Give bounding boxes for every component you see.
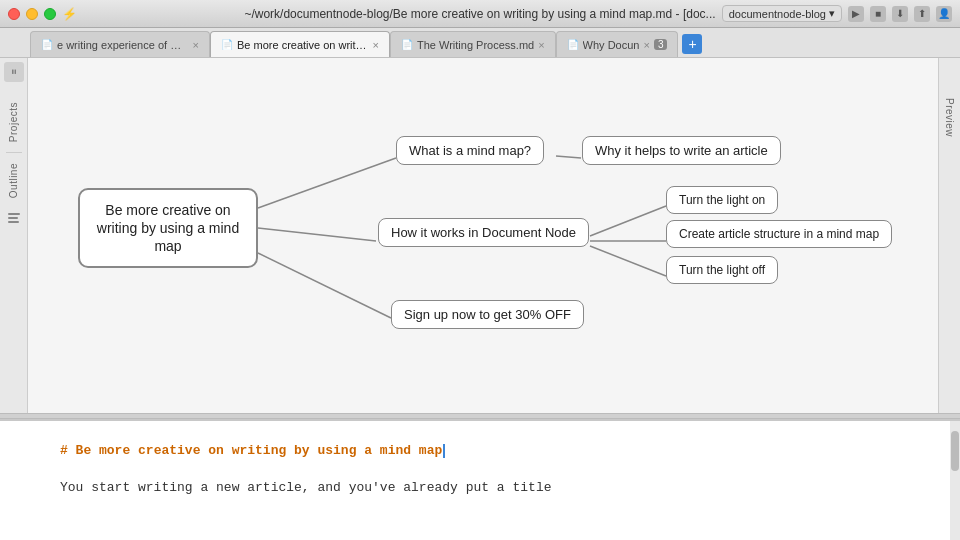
signup-text: Sign up now to get 30% OFF — [404, 307, 571, 322]
app-icon: ⚡ — [62, 7, 77, 21]
user-button[interactable]: 👤 — [936, 6, 952, 22]
sidebar-projects[interactable]: Projects — [8, 98, 19, 146]
tab-badge: 3 — [654, 39, 668, 50]
tab-close-icon[interactable]: × — [643, 39, 649, 51]
light-off-text: Turn the light off — [679, 263, 765, 277]
what-node[interactable]: What is a mind map? — [396, 136, 544, 165]
titlebar-title: ~/work/documentnode-blog/Be more creativ… — [244, 7, 715, 21]
svg-line-8 — [590, 246, 666, 276]
scrollbar-thumb[interactable] — [951, 431, 959, 471]
tab-mindmap[interactable]: 📄 Be more creative on writing by using a… — [210, 31, 390, 57]
light-off-node[interactable]: Turn the light off — [666, 256, 778, 284]
tab-label: Why Docun — [583, 39, 640, 51]
editor-content[interactable]: # Be more creative on writing by using a… — [0, 421, 960, 519]
svg-rect-2 — [8, 221, 19, 223]
preview-label[interactable]: Preview — [944, 98, 955, 137]
svg-line-5 — [258, 253, 391, 318]
titlebar-right: documentnode-blog ▾ ▶ ■ ⬇ ⬆ 👤 — [722, 5, 952, 22]
svg-rect-1 — [8, 217, 18, 219]
tab-label: Be more creative on writing by using a m… — [237, 39, 369, 51]
tab-writing-experience[interactable]: 📄 e writing experience of Document Node.… — [30, 31, 210, 57]
tab-close-icon[interactable]: × — [193, 39, 199, 51]
mindmap-area: Be more creative on writing by using a m… — [28, 58, 938, 413]
signup-node[interactable]: Sign up now to get 30% OFF — [391, 300, 584, 329]
file-icon: 📄 — [41, 39, 53, 50]
root-node[interactable]: Be more creative on writing by using a m… — [78, 188, 258, 268]
repo-selector[interactable]: documentnode-blog ▾ — [722, 5, 842, 22]
repo-name: documentnode-blog — [729, 8, 826, 20]
svg-line-9 — [556, 156, 581, 158]
light-on-text: Turn the light on — [679, 193, 765, 207]
svg-line-3 — [258, 228, 376, 241]
tab-label: The Writing Process.md — [417, 39, 534, 51]
sidebar-outline[interactable]: Outline — [8, 159, 19, 202]
editor-scrollbar[interactable] — [950, 421, 960, 540]
light-on-node[interactable]: Turn the light on — [666, 186, 778, 214]
editor-body-line: You start writing a new article, and you… — [60, 478, 900, 499]
share-button[interactable]: ⬆ — [914, 6, 930, 22]
heading-text: Be more creative on writing by using a m… — [68, 443, 442, 458]
minimize-button[interactable] — [26, 8, 38, 20]
branch-node[interactable]: How it works in Document Node — [378, 218, 589, 247]
svg-line-6 — [590, 206, 666, 236]
sidebar-toggle[interactable]: ≡ — [4, 62, 24, 82]
left-sidebar: ≡ Projects Outline — [0, 58, 28, 413]
close-button[interactable] — [8, 8, 20, 20]
main-area: ≡ Projects Outline — [0, 58, 960, 413]
editor-heading-line: # Be more creative on writing by using a… — [60, 441, 900, 462]
svg-line-4 — [258, 158, 396, 208]
text-cursor — [443, 444, 445, 458]
file-icon: 📄 — [401, 39, 413, 50]
file-icon: 📄 — [567, 39, 579, 50]
root-node-text: Be more creative on writing by using a m… — [92, 201, 244, 256]
branch-node-text: How it works in Document Node — [391, 225, 576, 240]
file-icon: 📄 — [221, 39, 233, 50]
tabs-bar: 📄 e writing experience of Document Node.… — [0, 28, 960, 58]
tab-close-icon[interactable]: × — [538, 39, 544, 51]
tab-writing-process[interactable]: 📄 The Writing Process.md × — [390, 31, 556, 57]
why-node[interactable]: Why it helps to write an article — [582, 136, 781, 165]
tab-close-icon[interactable]: × — [373, 39, 379, 51]
stop-button[interactable]: ■ — [870, 6, 886, 22]
tab-label: e writing experience of Document Node.md — [57, 39, 189, 51]
play-button[interactable]: ▶ — [848, 6, 864, 22]
download-button[interactable]: ⬇ — [892, 6, 908, 22]
what-node-text: What is a mind map? — [409, 143, 531, 158]
create-text: Create article structure in a mind map — [679, 227, 879, 241]
outline-icon — [6, 210, 22, 226]
new-tab-button[interactable]: + — [682, 34, 702, 54]
traffic-lights — [8, 8, 56, 20]
tab-why-docun[interactable]: 📄 Why Docun × 3 — [556, 31, 679, 57]
chevron-down-icon: ▾ — [829, 7, 835, 20]
why-node-text: Why it helps to write an article — [595, 143, 768, 158]
create-node[interactable]: Create article structure in a mind map — [666, 220, 892, 248]
heading-hash: # — [60, 443, 68, 458]
maximize-button[interactable] — [44, 8, 56, 20]
editor-panel: # Be more creative on writing by using a… — [0, 419, 960, 540]
titlebar: ⚡ ~/work/documentnode-blog/Be more creat… — [0, 0, 960, 28]
svg-rect-0 — [8, 213, 20, 215]
right-sidebar: Preview — [938, 58, 960, 413]
sidebar-divider — [6, 152, 22, 153]
